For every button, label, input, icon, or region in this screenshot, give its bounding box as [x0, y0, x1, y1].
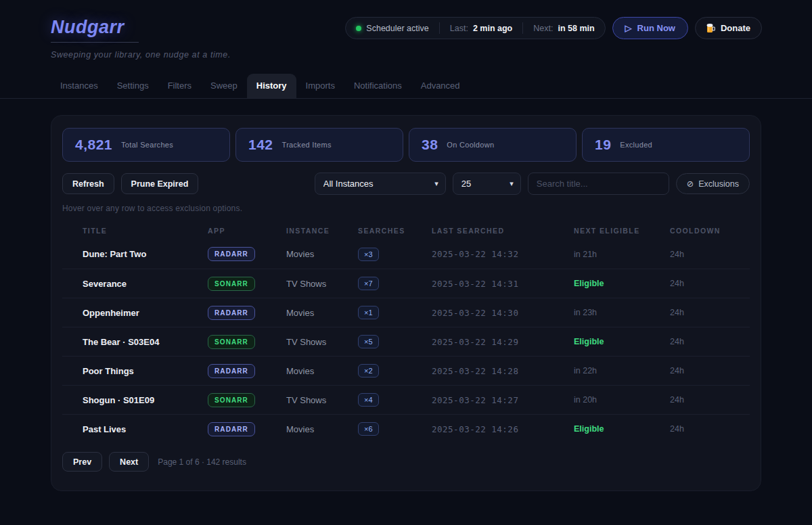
- instance-filter-wrap: All Instances ▾: [315, 173, 446, 195]
- row-cooldown: 24h: [670, 424, 750, 434]
- history-panel: 4,821 Total Searches 142 Tracked Items 3…: [51, 115, 761, 491]
- scheduler-status-pill: Scheduler active Last: 2 min ago Next: i…: [345, 17, 605, 39]
- search-count-badge: ×7: [358, 277, 379, 290]
- row-instance: TV Shows: [286, 279, 358, 289]
- stat-value: 4,821: [75, 137, 112, 153]
- stat-label: On Cooldown: [447, 141, 494, 149]
- search-count-badge: ×2: [358, 364, 379, 378]
- table-row[interactable]: The Bear · S03E04 SONARR TV Shows ×5 202…: [62, 327, 750, 356]
- history-table: TITLE APP INSTANCE SEARCHES LAST SEARCHE…: [62, 222, 750, 443]
- play-icon: ▷: [625, 23, 632, 33]
- stat-value: 142: [248, 137, 273, 153]
- col-searches: SEARCHES: [358, 227, 432, 235]
- row-next-eligible: in 22h: [574, 366, 670, 375]
- next-page-button[interactable]: Next: [109, 452, 149, 472]
- instance-filter-select[interactable]: All Instances: [315, 173, 446, 195]
- prev-page-button[interactable]: Prev: [62, 452, 102, 472]
- page-summary: Page 1 of 6 · 142 results: [158, 457, 246, 467]
- col-cooldown: COOLDOWN: [670, 227, 750, 235]
- stat-total-searches: 4,821 Total Searches: [62, 128, 230, 162]
- search-count-badge: ×6: [358, 422, 379, 436]
- table-row[interactable]: Shogun · S01E09 SONARR TV Shows ×4 2025-…: [62, 385, 750, 414]
- row-next-eligible: Eligible: [574, 337, 670, 346]
- col-next-eligible: NEXT ELIGIBLE: [574, 227, 670, 235]
- next-run-label: Next:: [533, 24, 553, 33]
- table-row[interactable]: Dune: Part Two RADARR Movies ×3 2025-03-…: [62, 239, 750, 269]
- table-row[interactable]: Oppenheimer RADARR Movies ×1 2025-03-22 …: [62, 298, 750, 327]
- brand: Nudgarr Sweeping your library, one nudge…: [51, 17, 231, 60]
- stat-on-cooldown: 38 On Cooldown: [409, 128, 577, 162]
- search-input[interactable]: [528, 173, 669, 195]
- table-row[interactable]: Past Lives RADARR Movies ×6 2025-03-22 1…: [62, 414, 750, 443]
- brand-divider: [51, 42, 139, 43]
- next-run: Next: in 58 min: [522, 22, 604, 34]
- prune-expired-button[interactable]: Prune Expired: [121, 173, 199, 194]
- row-last-searched: 2025-03-22 14:27: [432, 395, 574, 405]
- pagination: Prev Next Page 1 of 6 · 142 results: [62, 452, 750, 472]
- page-size-wrap: 25 ▾: [453, 173, 521, 195]
- app-badge: RADARR: [208, 364, 255, 378]
- tab-sweep[interactable]: Sweep: [201, 74, 247, 98]
- row-cooldown: 24h: [670, 308, 750, 317]
- next-run-value: in 58 min: [558, 24, 594, 33]
- tab-history[interactable]: History: [247, 74, 296, 98]
- app-logo: Nudgarr: [51, 17, 231, 42]
- tab-bar: Instances Settings Filters Sweep History…: [0, 74, 812, 99]
- row-instance: Movies: [286, 308, 358, 318]
- row-title: Past Lives: [83, 424, 208, 434]
- row-cooldown: 24h: [670, 337, 750, 346]
- app-badge: SONARR: [208, 393, 255, 407]
- beer-icon: [706, 23, 715, 33]
- row-title: Oppenheimer: [83, 308, 208, 318]
- donate-label: Donate: [721, 23, 750, 33]
- row-last-searched: 2025-03-22 14:31: [432, 279, 574, 289]
- row-next-eligible: in 20h: [574, 395, 670, 405]
- no-entry-icon: ⊘: [687, 179, 694, 189]
- brand-tagline: Sweeping your library, one nudge at a ti…: [51, 50, 231, 60]
- controls-row: Refresh Prune Expired All Instances ▾ 25…: [62, 173, 750, 195]
- row-next-eligible: Eligible: [574, 279, 670, 288]
- page-size-select[interactable]: 25: [453, 173, 521, 195]
- tab-imports[interactable]: Imports: [296, 74, 344, 98]
- scheduler-status-label: Scheduler active: [366, 24, 428, 33]
- row-cooldown: 24h: [670, 279, 750, 288]
- row-next-eligible: Eligible: [574, 424, 670, 434]
- row-cooldown: 24h: [670, 395, 750, 405]
- table-row[interactable]: Poor Things RADARR Movies ×2 2025-03-22 …: [62, 356, 750, 385]
- tab-filters[interactable]: Filters: [158, 74, 201, 98]
- stat-value: 19: [595, 137, 611, 153]
- header-actions: Scheduler active Last: 2 min ago Next: i…: [345, 17, 762, 39]
- tab-advanced[interactable]: Advanced: [411, 74, 470, 98]
- row-last-searched: 2025-03-22 14:32: [432, 249, 574, 259]
- stat-label: Excluded: [620, 141, 652, 149]
- row-instance: TV Shows: [286, 337, 358, 347]
- row-instance: Movies: [286, 366, 358, 376]
- stat-tracked-items: 142 Tracked Items: [235, 128, 403, 162]
- row-title: Shogun · S01E09: [83, 395, 208, 405]
- stat-value: 38: [422, 137, 438, 153]
- stat-label: Total Searches: [121, 141, 173, 149]
- run-now-button[interactable]: ▷ Run Now: [612, 17, 688, 39]
- table-header: TITLE APP INSTANCE SEARCHES LAST SEARCHE…: [62, 222, 750, 239]
- col-title: TITLE: [83, 227, 208, 235]
- scheduler-status: Scheduler active: [346, 22, 438, 34]
- row-next-eligible: in 23h: [574, 308, 670, 317]
- refresh-button[interactable]: Refresh: [62, 173, 114, 194]
- app-badge: RADARR: [208, 247, 255, 261]
- row-next-eligible: in 21h: [574, 250, 670, 259]
- table-row[interactable]: Severance SONARR TV Shows ×7 2025-03-22 …: [62, 269, 750, 298]
- row-cooldown: 24h: [670, 250, 750, 259]
- row-instance: Movies: [286, 424, 358, 434]
- row-instance: Movies: [286, 249, 358, 259]
- stat-excluded: 19 Excluded: [582, 128, 750, 162]
- exclusions-button[interactable]: ⊘ Exclusions: [676, 173, 750, 194]
- row-title: The Bear · S03E04: [83, 337, 208, 347]
- tab-settings[interactable]: Settings: [108, 74, 158, 98]
- col-app: APP: [208, 227, 286, 235]
- stat-label: Tracked Items: [282, 141, 332, 149]
- donate-button[interactable]: Donate: [695, 17, 762, 39]
- col-last-searched: LAST SEARCHED: [432, 227, 574, 235]
- tab-instances[interactable]: Instances: [51, 74, 108, 98]
- tab-notifications[interactable]: Notifications: [344, 74, 411, 98]
- row-last-searched: 2025-03-22 14:28: [432, 366, 574, 376]
